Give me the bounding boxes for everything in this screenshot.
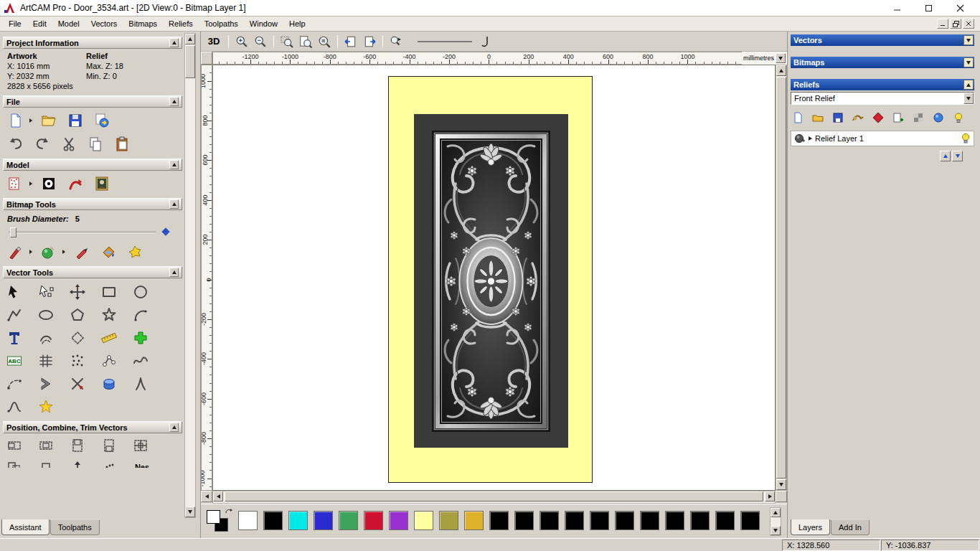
scroll-thumb[interactable] xyxy=(185,45,195,78)
palette-swatch-7[interactable] xyxy=(414,511,433,530)
bitmaps-expand-icon[interactable] xyxy=(963,57,974,67)
block-copy-button[interactable] xyxy=(4,458,24,468)
scroll-up-button[interactable] xyxy=(771,508,781,517)
tab-add-in[interactable]: Add In xyxy=(831,520,870,535)
menu-model[interactable]: Model xyxy=(52,18,85,29)
paste-along-curve-button[interactable] xyxy=(99,458,119,468)
mdi-close-button[interactable] xyxy=(963,19,974,29)
nesting-button[interactable]: Nes xyxy=(131,458,151,468)
point-cloud-button[interactable] xyxy=(67,352,88,370)
fillet-button[interactable] xyxy=(131,375,151,393)
toggle-3d-view-button[interactable]: 3D xyxy=(204,34,224,50)
palette-swatch-0[interactable] xyxy=(238,511,258,530)
pen-width-widget[interactable] xyxy=(416,35,491,48)
create-polygon-button[interactable] xyxy=(67,306,88,324)
relief-layer-row[interactable]: Relief Layer 1 xyxy=(791,131,974,146)
primary-secondary-colours[interactable] xyxy=(207,510,231,533)
collapse-button-icon[interactable] xyxy=(169,38,179,47)
new-relief-button[interactable] xyxy=(791,110,805,125)
flood-fill-button[interactable] xyxy=(98,242,118,261)
save-relief-button[interactable] xyxy=(831,110,845,125)
relief-selector-dropdown-icon[interactable] xyxy=(963,93,974,104)
copy-button[interactable] xyxy=(85,135,105,154)
star-wizard-button[interactable] xyxy=(36,397,56,416)
scroll-down-button[interactable] xyxy=(185,507,195,517)
palette-swatch-18[interactable] xyxy=(690,511,710,530)
section-header-model[interactable]: Model xyxy=(3,159,182,171)
palette-swatch-3[interactable] xyxy=(314,511,333,530)
section-header-bitmap-tools[interactable]: Bitmap Tools xyxy=(3,198,182,210)
menu-bitmaps[interactable]: Bitmaps xyxy=(123,18,163,29)
palette-swatch-15[interactable] xyxy=(615,511,634,530)
mdi-restore-button[interactable] xyxy=(950,19,961,29)
create-polyline-button[interactable] xyxy=(4,306,24,324)
create-text-button[interactable] xyxy=(4,329,24,347)
palette-swatch-8[interactable] xyxy=(439,511,458,530)
dashed-arc-button[interactable] xyxy=(4,375,24,393)
layer-bulb-icon[interactable] xyxy=(961,133,971,144)
menu-reliefs[interactable]: Reliefs xyxy=(163,18,199,29)
palette-swatch-5[interactable] xyxy=(364,511,383,530)
revolve-button[interactable] xyxy=(99,375,119,393)
zoom-in-button[interactable] xyxy=(233,34,250,50)
reliefs-header[interactable]: Reliefs xyxy=(791,79,974,90)
maximize-button[interactable] xyxy=(913,0,944,17)
units-box[interactable]: millimetres xyxy=(742,52,787,65)
dimension-button[interactable] xyxy=(99,329,119,347)
layer-expand-icon[interactable] xyxy=(809,136,812,141)
palette-swatch-13[interactable] xyxy=(565,511,584,530)
palette-swatch-9[interactable] xyxy=(464,511,484,530)
create-diamond-button[interactable] xyxy=(67,329,88,347)
palette-scrollbar[interactable] xyxy=(770,507,781,536)
scroll-up-button[interactable] xyxy=(776,65,786,76)
texture-relief-button[interactable] xyxy=(911,110,925,125)
node-edit-tool-button[interactable] xyxy=(36,283,56,301)
menu-help[interactable]: Help xyxy=(283,18,311,29)
mdi-minimize-button[interactable] xyxy=(937,19,948,29)
offset-vectors-button[interactable] xyxy=(36,329,56,347)
close-button[interactable] xyxy=(944,0,976,17)
snapshot-left-button[interactable] xyxy=(342,34,359,50)
move-up-button[interactable] xyxy=(67,458,88,468)
scroll-right-button[interactable] xyxy=(765,491,775,501)
section-header-project-information[interactable]: Project Information xyxy=(3,37,182,49)
undo-button[interactable] xyxy=(6,135,26,154)
load-image-button[interactable] xyxy=(92,174,112,193)
scroll-thumb[interactable] xyxy=(225,491,763,501)
vectors-expand-icon[interactable] xyxy=(963,35,974,45)
drawing-canvas[interactable] xyxy=(212,65,776,491)
align-centre-button[interactable] xyxy=(36,436,56,455)
collapse-button-icon[interactable] xyxy=(169,423,179,432)
collapse-button-icon[interactable] xyxy=(169,160,179,169)
menu-edit[interactable]: Edit xyxy=(27,18,52,29)
section-header-position[interactable]: Position, Combine, Trim Vectors xyxy=(3,421,182,433)
text-on-curve-button[interactable]: ABC xyxy=(4,352,24,370)
palette-swatch-12[interactable] xyxy=(540,511,559,530)
canvas-h-scrollbar[interactable] xyxy=(212,491,776,504)
vectors-header[interactable]: Vectors xyxy=(791,34,974,46)
create-arc-button[interactable] xyxy=(131,306,151,324)
select-tool-button[interactable] xyxy=(4,283,24,301)
tab-assistant[interactable]: Assistant xyxy=(1,519,50,535)
paint-button[interactable] xyxy=(6,242,26,261)
zoom-pointer-button[interactable] xyxy=(387,34,405,50)
paste-button[interactable] xyxy=(112,135,132,154)
add-layer-button[interactable] xyxy=(891,110,905,125)
palette-swatch-2[interactable] xyxy=(288,511,308,530)
colour-blob-button[interactable] xyxy=(125,242,145,261)
collapse-button-icon[interactable] xyxy=(169,199,179,209)
palette-swatch-16[interactable] xyxy=(640,511,659,530)
trim-vectors-button[interactable] xyxy=(67,375,88,393)
zoom-out-button[interactable] xyxy=(252,34,269,50)
scroll-left-button[interactable] xyxy=(213,491,223,501)
collapse-button-icon[interactable] xyxy=(169,97,179,106)
node-chain-button[interactable] xyxy=(99,352,119,370)
zoom-window-button[interactable] xyxy=(278,34,296,50)
palette-swatch-1[interactable] xyxy=(263,511,283,530)
create-star-button[interactable] xyxy=(99,306,119,324)
canvas-v-scrollbar[interactable] xyxy=(776,65,787,491)
join-vectors-button[interactable] xyxy=(36,375,56,393)
export-model-button[interactable] xyxy=(92,111,112,130)
freehand-curve-button[interactable] xyxy=(131,352,151,370)
snapshot-right-button[interactable] xyxy=(361,34,378,50)
